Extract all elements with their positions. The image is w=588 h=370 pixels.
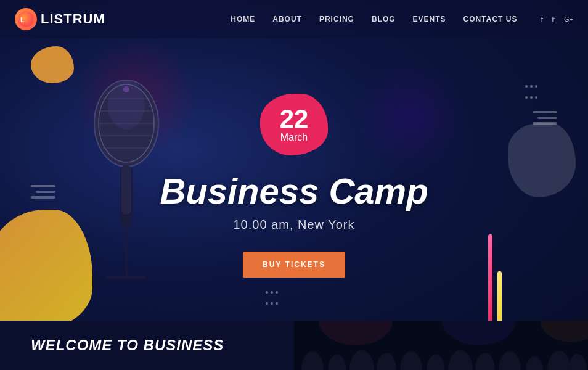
svg-text:L: L xyxy=(20,16,25,23)
date-badge: 22 March xyxy=(260,94,328,155)
googleplus-icon[interactable]: G+ xyxy=(564,15,573,23)
logo[interactable]: L LISTRUM xyxy=(15,8,105,30)
nav-about[interactable]: ABOUT xyxy=(272,15,302,23)
nav-events[interactable]: EVENTS xyxy=(413,15,446,23)
logo-text: LISTRUM xyxy=(41,11,105,27)
hero-title: Business Camp xyxy=(160,170,428,212)
nav-contact[interactable]: CONTACT US xyxy=(463,15,518,23)
twitter-icon[interactable]: 𝕥 xyxy=(552,15,555,24)
buy-tickets-button[interactable]: BUY TICKETS xyxy=(243,252,345,278)
nav-socials: f 𝕥 G+ xyxy=(541,15,573,24)
date-month: March xyxy=(280,132,308,143)
nav-home[interactable]: HOME xyxy=(231,15,255,23)
welcome-text: WELCOME TO BUSINESS xyxy=(31,337,224,354)
bottom-section: WELCOME TO BUSINESS xyxy=(0,321,588,370)
navbar: L LISTRUM HOME ABOUT PRICING BLOG EVENTS… xyxy=(0,0,588,38)
bottom-right xyxy=(294,321,588,370)
hero-subtitle: 10.00 am, New York xyxy=(234,218,355,232)
logo-icon: L xyxy=(15,8,37,30)
nav-blog[interactable]: BLOG xyxy=(372,15,396,23)
nav-pricing[interactable]: PRICING xyxy=(319,15,354,23)
date-day: 22 xyxy=(280,106,309,132)
nav-links: HOME ABOUT PRICING BLOG EVENTS CONTACT U… xyxy=(231,15,573,24)
facebook-icon[interactable]: f xyxy=(541,15,543,24)
bottom-left: WELCOME TO BUSINESS xyxy=(0,321,294,370)
